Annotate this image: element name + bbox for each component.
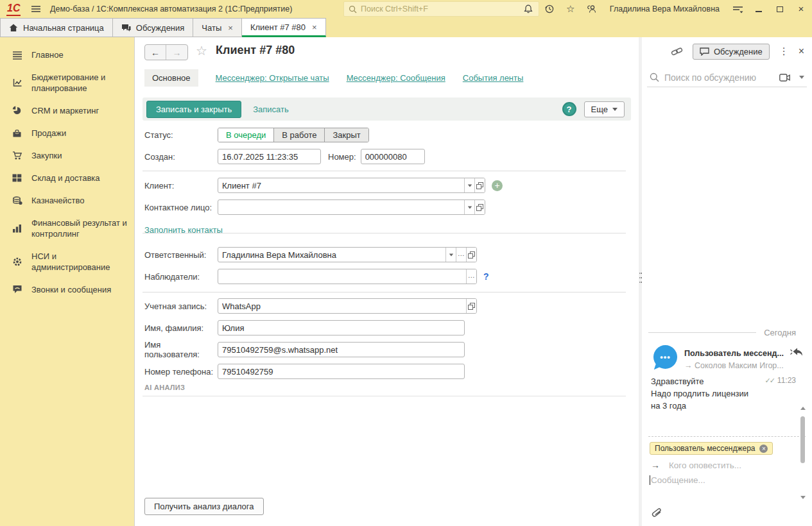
message-sender[interactable]: Пользователь мессенд...: [684, 349, 788, 358]
person-name-label: Имя, фамилия:: [144, 323, 218, 333]
top-bar: 1С Демо-база / 1С:Комплексная автоматиза…: [0, 0, 812, 18]
formnav-open-chats-link[interactable]: Мессенджер: Открытые чаты: [216, 73, 329, 83]
formnav-messages-link[interactable]: Мессенджер: Сообщения: [347, 73, 445, 83]
client-dropdown-icon[interactable]: [464, 178, 474, 192]
message-input[interactable]: Сообщение...: [650, 475, 705, 485]
username-input[interactable]: [218, 343, 464, 357]
client-input[interactable]: [218, 178, 464, 192]
sidebar-item-budgeting[interactable]: Бюджетирование и планирование: [0, 66, 134, 99]
tag-remove-icon[interactable]: ×: [759, 445, 768, 453]
contact-field: [218, 199, 485, 215]
formnav-feed-events-link[interactable]: События ленты: [463, 73, 524, 83]
number-input[interactable]: [361, 149, 424, 164]
tab-chats-close-icon[interactable]: ×: [228, 23, 233, 33]
account-open-icon[interactable]: [466, 299, 476, 313]
status-option-queued[interactable]: В очереди: [218, 128, 274, 142]
scrollbar-thumb[interactable]: [800, 416, 805, 463]
tab-discussions[interactable]: Обсуждения: [113, 18, 194, 37]
coins-icon: [12, 196, 22, 205]
sidebar-item-calls-messages[interactable]: Звонки и сообщения: [0, 278, 134, 301]
person-name-field: [218, 320, 465, 335]
reply-area: Пользователь мессенджера × → Кого оповес…: [648, 436, 806, 437]
discussion-search[interactable]: Поиск по обсуждению: [647, 68, 807, 87]
notify-field[interactable]: → Кого оповестить...: [651, 460, 741, 470]
tab-home[interactable]: Начальная страница: [0, 18, 113, 37]
current-user-name[interactable]: Гладилина Вера Михайловна: [610, 4, 720, 13]
add-client-plus-icon[interactable]: +: [492, 180, 503, 191]
tab-client-close-icon[interactable]: ×: [312, 22, 317, 32]
sidebar-item-purchases[interactable]: Закупки: [0, 144, 134, 167]
more-button[interactable]: Еще: [584, 101, 625, 117]
discussion-toggle-button[interactable]: Обсуждение: [693, 44, 770, 60]
notify-arrow-icon: →: [651, 460, 660, 470]
reply-scrollbar[interactable]: [800, 407, 806, 517]
created-field: [218, 149, 321, 164]
watchers-input[interactable]: [218, 269, 466, 284]
forward-button[interactable]: →: [166, 45, 187, 60]
favorites-star-icon[interactable]: ☆: [565, 3, 576, 15]
minimize-button[interactable]: [753, 3, 764, 15]
application-window: 1С Демо-база / 1С:Комплексная автоматиза…: [0, 0, 812, 526]
tab-chats[interactable]: Чаты ×: [193, 18, 242, 37]
caret-down-icon: [612, 108, 618, 111]
sidebar-item-administration[interactable]: НСИ и администрирование: [0, 245, 134, 278]
attach-link-icon[interactable]: [671, 46, 683, 57]
gear-icon: [12, 257, 22, 267]
form-toolbar: Записать и закрыть Записать ? Еще: [143, 98, 631, 121]
phone-field: [218, 364, 465, 379]
status-option-in-progress[interactable]: В работе: [274, 128, 325, 142]
save-and-close-button[interactable]: Записать и закрыть: [146, 101, 241, 118]
reply-icon[interactable]: [790, 348, 803, 357]
back-button[interactable]: ←: [145, 45, 166, 60]
watchers-choose-icon[interactable]: ...: [466, 269, 476, 284]
number-field: [361, 149, 425, 164]
service-menu-icon[interactable]: [732, 3, 743, 15]
video-call-icon[interactable]: [779, 74, 790, 81]
account-label: Учетная запись:: [144, 301, 218, 311]
sidebar-item-crm[interactable]: CRM и маркетинг: [0, 99, 134, 122]
get-dialog-analysis-button[interactable]: Получить анализ диалога: [144, 498, 264, 515]
client-open-icon[interactable]: [474, 178, 485, 192]
panel-close-icon[interactable]: ×: [799, 46, 804, 57]
sidebar-item-treasury[interactable]: Казначейство: [0, 189, 134, 212]
formnav-main[interactable]: Основное: [144, 69, 198, 87]
main-menu-icon[interactable]: [31, 4, 41, 13]
scroll-up-icon[interactable]: [800, 407, 806, 410]
watchers-help-icon[interactable]: ?: [483, 271, 489, 282]
window-close-button[interactable]: ×: [795, 3, 807, 15]
panel-menu-icon[interactable]: ⋮: [779, 46, 789, 57]
chevron-down-icon[interactable]: [799, 76, 804, 79]
save-button[interactable]: Записать: [253, 105, 289, 114]
notifications-bell-icon[interactable]: [523, 3, 534, 15]
sender-avatar[interactable]: •••: [653, 345, 677, 369]
history-icon[interactable]: [544, 3, 555, 15]
contact-input[interactable]: [218, 200, 464, 214]
account-input[interactable]: [218, 299, 466, 313]
phone-input[interactable]: [218, 364, 464, 378]
username-label: Имя пользователя:: [144, 340, 218, 359]
recipient-tag[interactable]: Пользователь мессенджера ×: [650, 442, 773, 455]
responsible-choose-icon[interactable]: ...: [456, 248, 466, 262]
sidebar-item-warehouse[interactable]: Склад и доставка: [0, 167, 134, 189]
tab-chats-label: Чаты: [202, 23, 221, 33]
global-search-input[interactable]: Поиск Ctrl+Shift+F: [343, 1, 539, 17]
person-name-input[interactable]: [218, 321, 464, 335]
contact-dropdown-icon[interactable]: [464, 200, 474, 214]
contact-open-icon[interactable]: [474, 200, 485, 214]
help-icon[interactable]: ?: [562, 102, 576, 116]
users-icon[interactable]: [586, 3, 598, 15]
responsible-open-icon[interactable]: [466, 248, 476, 262]
scroll-down-icon[interactable]: [800, 496, 806, 499]
tab-client[interactable]: Клиент #7 #80 ×: [242, 18, 326, 37]
attach-file-paperclip-icon[interactable]: [651, 507, 664, 520]
status-option-closed[interactable]: Закрыт: [325, 128, 368, 142]
sidebar-item-financial-result[interactable]: Финансовый результат и контроллинг: [0, 212, 134, 245]
sidebar-item-sales[interactable]: Продажи: [0, 122, 134, 144]
sidebar-item-main[interactable]: Главное: [0, 44, 134, 66]
responsible-dropdown-icon[interactable]: [445, 248, 456, 262]
responsible-input[interactable]: [218, 248, 445, 262]
created-row: Создан: Номер:: [144, 149, 425, 164]
maximize-button[interactable]: [774, 3, 786, 15]
created-input[interactable]: [218, 149, 320, 164]
form-favorite-star-icon[interactable]: ☆: [196, 43, 207, 58]
